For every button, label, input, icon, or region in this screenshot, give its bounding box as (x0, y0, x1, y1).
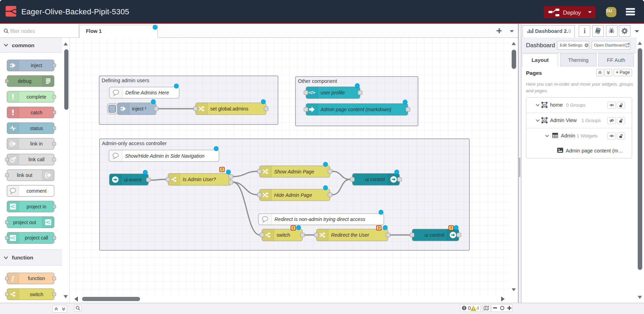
svg-text:Show/Hide Admin in Side Naviga: Show/Hide Admin in Side Navigation (125, 153, 205, 159)
svg-text:inject ¹: inject ¹ (132, 106, 147, 112)
svg-text:function: function (28, 276, 45, 281)
svg-text:link out: link out (17, 172, 32, 178)
svg-text:debug: debug (18, 78, 31, 84)
svg-text:Show Admin Page: Show Admin Page (274, 169, 314, 174)
svg-text:Admin-only access controller: Admin-only access controller (102, 141, 167, 146)
svg-text:status: status (30, 126, 43, 131)
svg-text:switch: switch (30, 292, 43, 297)
svg-text:link call: link call (29, 157, 45, 162)
svg-text:switch: switch (277, 232, 290, 238)
svg-text:Redirect the User: Redirect the User (331, 232, 369, 238)
svg-text:</>: </> (308, 90, 315, 95)
svg-text:complete: complete (27, 94, 46, 100)
svg-text:Admin page content (markdown): Admin page content (markdown) (320, 107, 391, 112)
svg-text:user profile: user profile (321, 90, 345, 95)
svg-text:Define Admins Here: Define Admins Here (125, 90, 169, 95)
svg-text:project call: project call (25, 235, 48, 241)
svg-text:Is Admin User?: Is Admin User? (183, 177, 216, 182)
svg-text:catch: catch (31, 110, 42, 115)
svg-text:project out: project out (13, 220, 36, 225)
svg-text:link in: link in (30, 141, 43, 147)
svg-text:Redirect is non-admin trying d: Redirect is non-admin trying direct acce… (275, 216, 365, 222)
svg-text:!: ! (221, 167, 223, 172)
svg-text:Hide Admin Page: Hide Admin Page (274, 192, 312, 198)
svg-text:ui-event: ui-event (124, 177, 141, 183)
svg-text:Other component: Other component (298, 78, 337, 84)
svg-text:!: ! (451, 226, 452, 230)
svg-text:set global.admins: set global.admins (210, 106, 248, 112)
svg-text:Defining admin users: Defining admin users (102, 78, 149, 83)
svg-text:comment: comment (27, 188, 47, 194)
svg-text:!: ! (293, 226, 294, 230)
svg-text:ui control: ui control (424, 232, 444, 238)
svg-text:ui control: ui control (365, 177, 385, 182)
svg-text:project in: project in (27, 204, 46, 209)
svg-text:i: i (584, 27, 586, 35)
svg-text:!: ! (378, 226, 380, 230)
svg-text:inject: inject (31, 63, 42, 68)
